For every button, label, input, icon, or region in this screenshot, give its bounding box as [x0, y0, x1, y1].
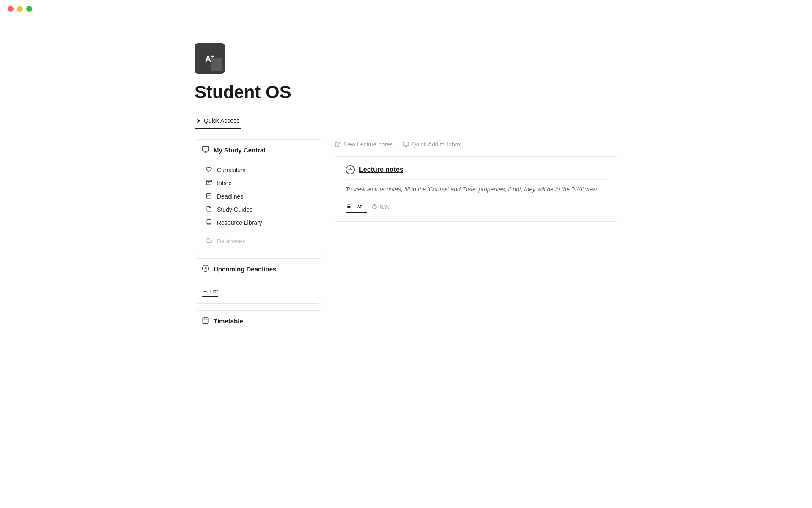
sidebar-item-databases[interactable]: Databases — [195, 235, 321, 248]
upcoming-deadlines-body: List — [195, 279, 321, 303]
svg-rect-5 — [207, 193, 211, 198]
svg-rect-20 — [403, 142, 409, 146]
inbox-label: Inbox — [217, 180, 231, 187]
svg-rect-0 — [203, 146, 209, 151]
list-icon — [202, 289, 207, 294]
app-icon-doc-overlay — [211, 58, 222, 71]
lecture-card-header: Lecture notes — [346, 165, 607, 180]
main-content: A+ Student OS ➤ Quick Access — [152, 43, 660, 331]
right-main: New Lecture notes Quick Add to Inbox — [335, 139, 617, 222]
sidebar-item-study-guides[interactable]: Study Guides — [195, 203, 321, 216]
left-sidebar: My Study Central Curriculum — [195, 139, 321, 331]
sidebar-divider — [202, 232, 314, 232]
minimize-button[interactable] — [17, 6, 23, 12]
quick-add-to-inbox-label: Quick Add to Inbox — [411, 141, 461, 148]
study-guides-label: Study Guides — [217, 206, 252, 213]
titlebar — [0, 0, 812, 18]
timetable-title[interactable]: Timetable — [214, 318, 243, 325]
curriculum-icon — [205, 166, 213, 174]
app-icon-container: A+ — [195, 43, 617, 74]
upcoming-deadlines-panel: Upcoming Deadlines — [195, 258, 321, 304]
lecture-notes-title[interactable]: Lecture notes — [359, 166, 403, 174]
databases-icon — [205, 237, 213, 245]
new-lecture-notes-button[interactable]: New Lecture notes — [335, 139, 393, 149]
app-icon: A+ — [195, 43, 225, 74]
maximize-button[interactable] — [26, 6, 32, 12]
study-guides-icon — [205, 206, 213, 213]
lecture-tab-na-label: N/A — [379, 204, 389, 210]
timetable-header[interactable]: Timetable — [195, 311, 321, 331]
tab-quick-access[interactable]: ➤ Quick Access — [195, 113, 241, 129]
new-lecture-notes-label: New Lecture notes — [343, 141, 393, 148]
lecture-tab-list-label: List — [353, 203, 362, 210]
lecture-notes-card: Lecture notes To view lecture notes, fil… — [335, 156, 617, 222]
timetable-panel: Timetable — [195, 310, 321, 331]
upcoming-deadlines-icon — [202, 265, 209, 273]
lecture-arrow-icon — [346, 165, 355, 174]
deadlines-label: Deadlines — [217, 193, 243, 200]
resource-library-label: Resource Library — [217, 219, 262, 226]
sidebar-item-inbox[interactable]: Inbox — [195, 177, 321, 190]
study-central-panel: My Study Central Curriculum — [195, 139, 321, 251]
curriculum-label: Curriculum — [217, 167, 246, 174]
deadlines-list-tab[interactable]: List — [202, 287, 218, 297]
two-col-layout: My Study Central Curriculum — [195, 139, 617, 331]
lecture-tab-list[interactable]: List — [346, 201, 367, 213]
quick-access-tab-label: Quick Access — [204, 117, 239, 124]
study-central-title[interactable]: My Study Central — [214, 146, 266, 154]
svg-rect-3 — [206, 180, 212, 182]
inbox-icon — [205, 179, 213, 187]
lecture-tab-na[interactable]: N/A — [367, 201, 394, 213]
edit-icon — [335, 141, 341, 147]
na-circle-icon — [372, 204, 377, 210]
resource-library-icon — [205, 219, 213, 226]
svg-rect-16 — [203, 318, 208, 324]
lecture-tabs: List N/A — [346, 201, 607, 213]
study-central-icon — [202, 146, 209, 155]
sidebar-item-curriculum[interactable]: Curriculum — [195, 163, 321, 177]
quick-access-tab-icon: ➤ — [196, 117, 201, 124]
monitor-icon — [403, 141, 409, 147]
lecture-notes-description: To view lecture notes, fill in the 'Cour… — [346, 185, 607, 194]
databases-label: Databases — [217, 238, 245, 245]
action-row: New Lecture notes Quick Add to Inbox — [335, 139, 617, 149]
tab-bar: ➤ Quick Access — [195, 113, 617, 129]
page-title: Student OS — [195, 82, 617, 102]
upcoming-deadlines-header[interactable]: Upcoming Deadlines — [195, 259, 321, 279]
close-button[interactable] — [8, 6, 14, 12]
sidebar-item-deadlines[interactable]: Deadlines — [195, 190, 321, 203]
quick-add-to-inbox-button[interactable]: Quick Add to Inbox — [403, 139, 461, 149]
lecture-list-icon — [346, 204, 351, 209]
study-central-header[interactable]: My Study Central — [195, 140, 321, 160]
upcoming-deadlines-title[interactable]: Upcoming Deadlines — [214, 265, 276, 273]
timetable-icon — [202, 317, 209, 326]
study-central-body: Curriculum Inbox — [195, 160, 321, 251]
deadlines-icon — [205, 193, 213, 200]
deadlines-list-label: List — [209, 288, 218, 295]
sidebar-item-resource-library[interactable]: Resource Library — [195, 216, 321, 229]
